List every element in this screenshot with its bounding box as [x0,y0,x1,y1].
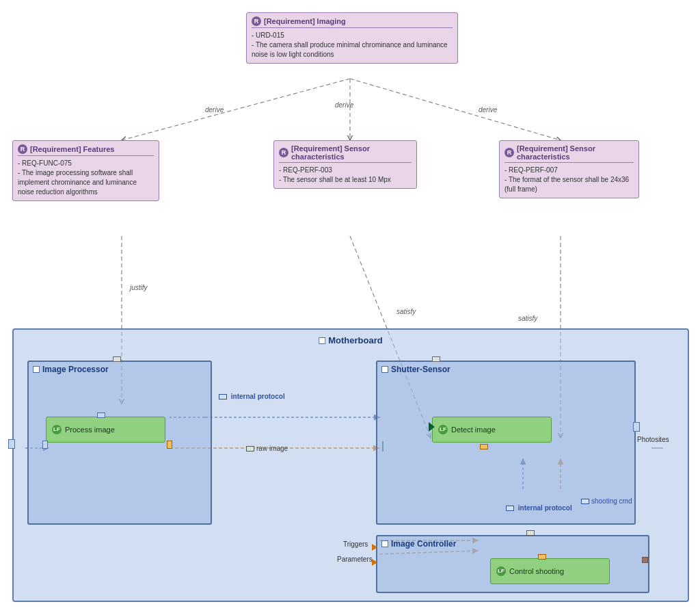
detect-image-func-icon: LF [438,425,448,434]
diagram-container: R [Requirement] Imaging - URD-015 - The … [0,0,700,615]
triggers-port-arrow [372,544,377,551]
svg-line-1 [122,79,350,140]
motherboard: Motherboard Image Processor LF Process i… [12,328,689,602]
image-controller-title: Image Controller [377,536,648,550]
req-features-title: R [Requirement] Features [18,144,154,156]
photosites-label: Photosites [637,436,669,443]
image-controller-block: Image Controller LF Control shooting [376,535,649,593]
detect-image-bottom-port [480,444,488,449]
image-controller-right-port [642,557,648,563]
req-sensor1-body: - REQ-PERF-003 - The sensor shall be at … [279,166,412,185]
shutter-sensor-top-port [432,356,440,362]
shooting-cmd-label: shooting cmd [581,497,632,505]
internal-protocol-label-2: internal protocol [506,504,572,512]
req-icon-imaging: R [252,16,261,26]
shutter-sensor-right-port [633,422,640,432]
satisfy-label-1: satisfy [396,308,416,315]
req-sensor2-body: - REQ-PERF-007 - The format of the senso… [504,166,634,194]
process-image-func[interactable]: LF Process image [46,417,165,443]
req-sensor1-title: R [Requirement] Sensor characteristics [279,144,412,163]
derive-label-1: derive [205,106,224,114]
process-image-left-port [42,441,48,449]
motherboard-title: Motherboard [319,335,382,345]
req-box-imaging: R [Requirement] Imaging - URD-015 - The … [246,12,458,64]
parameters-label: Parameters [337,555,373,563]
detect-image-func[interactable]: LF Detect image [432,417,552,443]
process-image-right-port [167,441,172,449]
req-icon-sensor2: R [504,148,514,157]
control-shooting-top-port [538,554,546,560]
req-box-features: R [Requirement] Features - REQ-FUNC-075 … [12,140,159,201]
raw-image-label: raw image [246,445,288,452]
req-imaging-body: - URD-015 - The camera shall produce min… [252,31,453,60]
process-image-func-icon: LF [52,425,62,434]
image-processor-block: Image Processor LF Process image [27,361,212,525]
req-sensor2-title: R [Requirement] Sensor characteristics [504,144,634,163]
justify-label: justify [130,284,148,291]
motherboard-left-port [8,439,15,449]
derive-label-2: derive [335,101,353,109]
image-controller-icon [381,540,388,547]
control-shooting-func-icon: LF [496,566,506,576]
detect-image-left-port-flag [429,422,435,432]
derive-label-3: derive [479,106,497,114]
process-image-top-port [97,413,105,418]
internal-protocol-label-1: internal protocol [219,393,285,400]
svg-line-3 [350,79,561,140]
process-image-block-top-port [113,356,121,362]
image-processor-title: Image Processor [29,362,211,376]
req-icon-sensor1: R [279,148,288,157]
image-controller-top-port [526,530,535,536]
shutter-sensor-title: Shutter-Sensor [377,362,634,376]
req-imaging-title: R [Requirement] Imaging [252,16,453,28]
parameters-port-arrow [372,559,377,566]
req-box-sensor2: R [Requirement] Sensor characteristics -… [499,140,639,198]
satisfy-label-2: satisfy [518,315,537,322]
image-processor-icon [33,366,40,373]
req-features-body: - REQ-FUNC-075 - The image processing so… [18,159,154,197]
req-box-sensor1: R [Requirement] Sensor characteristics -… [273,140,417,189]
shutter-sensor-icon [381,366,388,373]
req-icon-features: R [18,144,27,154]
control-shooting-func[interactable]: LF Control shooting [490,558,610,584]
triggers-label: Triggers [343,540,368,548]
motherboard-block-icon [319,337,325,344]
